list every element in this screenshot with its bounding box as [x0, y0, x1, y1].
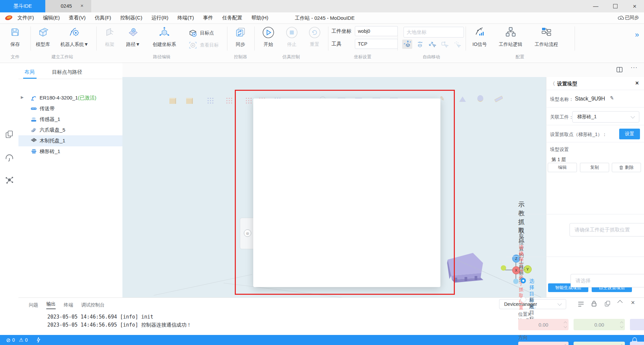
orientation-rz-input[interactable]: 0.00 [630, 342, 644, 345]
errors-icon[interactable]: ⊘ [6, 337, 10, 343]
editor-top-strip: ··· [122, 63, 644, 77]
menu-view[interactable]: 查看(V) [69, 15, 86, 21]
robot-system-icon[interactable] [69, 26, 80, 37]
menu-task-config[interactable]: 任务配置 [222, 15, 242, 21]
lock-icon[interactable] [591, 300, 597, 307]
angle-tool-icon[interactable] [459, 96, 467, 102]
pallet-3d-object[interactable] [441, 250, 486, 286]
model-library-button[interactable]: 模型库 [36, 42, 50, 48]
select-target-radio[interactable] [521, 278, 526, 283]
edit-layer-button[interactable]: 编辑 [548, 163, 577, 172]
grid-tool-icon[interactable] [226, 97, 232, 104]
split-view-icon[interactable] [616, 67, 623, 72]
tree-item-conveyor[interactable]: 传送带 [40, 106, 55, 112]
create-coord-icon[interactable] [159, 26, 170, 38]
move-translate-icon[interactable] [402, 40, 412, 49]
grid-tool-icon[interactable] [245, 97, 252, 104]
station-logic-button[interactable]: 工作站逻辑 [499, 42, 522, 48]
set-button[interactable]: 设置 [619, 129, 640, 139]
wobj-input[interactable]: wobj0 [355, 26, 398, 36]
tab-targets-paths[interactable]: 目标点与路径 [52, 69, 82, 75]
menu-event[interactable]: 事件 [203, 15, 213, 21]
menu-controller[interactable]: 控制器(C) [120, 15, 142, 21]
grid-tool-icon[interactable] [207, 97, 213, 104]
sphere-tool-icon[interactable] [477, 95, 483, 102]
plug-icon[interactable] [36, 337, 41, 343]
station-logic-icon[interactable] [505, 26, 516, 37]
menu-file[interactable]: 文件(F) [17, 15, 34, 21]
position-z-input[interactable]: 0.00 [630, 319, 644, 330]
create-coord-button[interactable]: 创建坐标系 [153, 42, 176, 48]
gizmo-y-neg-handle[interactable] [501, 265, 506, 271]
tool-input[interactable]: TCP [355, 39, 398, 49]
target-point-item[interactable]: 目标点 [189, 29, 214, 37]
menu-terminal[interactable]: 终端(T) [177, 15, 194, 21]
gizmo-z-neg-handle[interactable] [513, 279, 519, 284]
path-icon[interactable] [128, 27, 139, 37]
cube-tool-icon[interactable] [186, 98, 193, 104]
save-icon[interactable] [10, 27, 20, 37]
menu-simulation[interactable]: 仿真(F) [95, 15, 111, 21]
menu-run[interactable]: 运行(R) [151, 15, 168, 21]
more-actions-icon[interactable]: ··· [631, 64, 638, 71]
maximize-button[interactable] [607, 0, 623, 12]
network-icon[interactable] [5, 176, 14, 184]
sync-icon[interactable] [235, 27, 246, 38]
debug-hook-icon[interactable] [5, 153, 14, 162]
close-panel-icon[interactable]: × [631, 299, 635, 306]
tab-terminal[interactable]: 终端 [64, 302, 73, 308]
io-signal-button[interactable]: IO信号 [473, 42, 487, 48]
move-scale-cursor-icon[interactable] [427, 40, 437, 49]
doc-tab-close-icon[interactable]: × [80, 3, 84, 8]
position-x-input[interactable]: 0.00 [518, 319, 569, 330]
world-coord-input[interactable]: 大地坐标 [404, 27, 464, 38]
tree-item-robot[interactable]: ER180-4-3200_1(已激活) [40, 95, 96, 101]
word-wrap-icon[interactable] [578, 301, 584, 307]
orientation-rx-input[interactable]: 0.00 [518, 342, 569, 345]
move-rotate-icon[interactable] [415, 40, 425, 49]
io-signal-icon[interactable] [474, 26, 485, 37]
path-button[interactable]: 路径▼ [126, 42, 140, 48]
copy-layer-button[interactable]: 复制 [580, 163, 609, 172]
minimize-button[interactable]: — [588, 0, 603, 12]
menu-items: 文件(F) 编辑(E) 查看(V) 仿真(F) 控制器(C) 运行(R) 终端(… [17, 15, 277, 21]
ribbon-expand-icon[interactable]: » [635, 30, 639, 39]
panel-close-icon[interactable]: × [635, 80, 639, 87]
menu-help[interactable]: 帮助(H) [251, 15, 268, 21]
orientation-ry-input[interactable]: 0.00 [574, 342, 625, 345]
tree-item-sensor[interactable]: 传感器_1 [40, 116, 60, 123]
back-icon[interactable]: 〈 [550, 81, 555, 87]
menu-edit[interactable]: 编辑(E) [43, 15, 60, 21]
station-flow-icon[interactable] [541, 26, 552, 37]
new-target-radio[interactable] [521, 297, 526, 302]
target-select[interactable]: 请选择 [571, 274, 644, 287]
projects-icon[interactable] [5, 130, 14, 139]
app-tab[interactable]: 墨斗IDE [0, 0, 45, 12]
ruler-tool-icon[interactable] [494, 94, 503, 102]
tab-layout[interactable]: 布局 [24, 69, 35, 75]
warnings-icon[interactable]: ⚠ [19, 337, 23, 343]
document-tab[interactable]: 0245 × [45, 0, 91, 12]
copy-output-icon[interactable] [605, 301, 610, 306]
workpiece-select[interactable]: 请确保工件处于抓取位置 [570, 223, 644, 236]
station-flow-button[interactable]: 工作站流程 [535, 42, 558, 48]
tab-problems[interactable]: 问题 [29, 302, 38, 308]
start-button[interactable]: 开始 [264, 42, 273, 48]
sync-button[interactable]: 同步 [236, 42, 245, 48]
save-button[interactable]: 保存 [10, 42, 20, 48]
position-y-input[interactable]: 0.00 [574, 319, 625, 330]
tree-item-pallet[interactable]: 木制托盘_1 [40, 138, 65, 144]
assoc-workpiece-select[interactable]: 梯形砖_1 [572, 111, 639, 123]
tab-debug-console[interactable]: 调试控制台 [81, 302, 105, 308]
tree-item-brick[interactable]: 梯形砖_1 [40, 148, 60, 155]
tab-output[interactable]: 输出 [46, 301, 56, 309]
delete-layer-button[interactable]: 删除 [612, 163, 641, 172]
cube-tool-icon[interactable] [169, 98, 176, 104]
tree-expand-arrow[interactable]: ▶ [21, 95, 23, 99]
start-icon[interactable] [262, 26, 274, 39]
collapse-panel-icon[interactable] [618, 300, 623, 305]
tree-item-gripper[interactable]: 六爪吸盘_5 [40, 127, 65, 133]
robot-system-button[interactable]: 机器人系统▼ [60, 42, 89, 48]
model-library-icon[interactable] [38, 27, 48, 37]
window-close-button[interactable]: × [627, 0, 642, 12]
